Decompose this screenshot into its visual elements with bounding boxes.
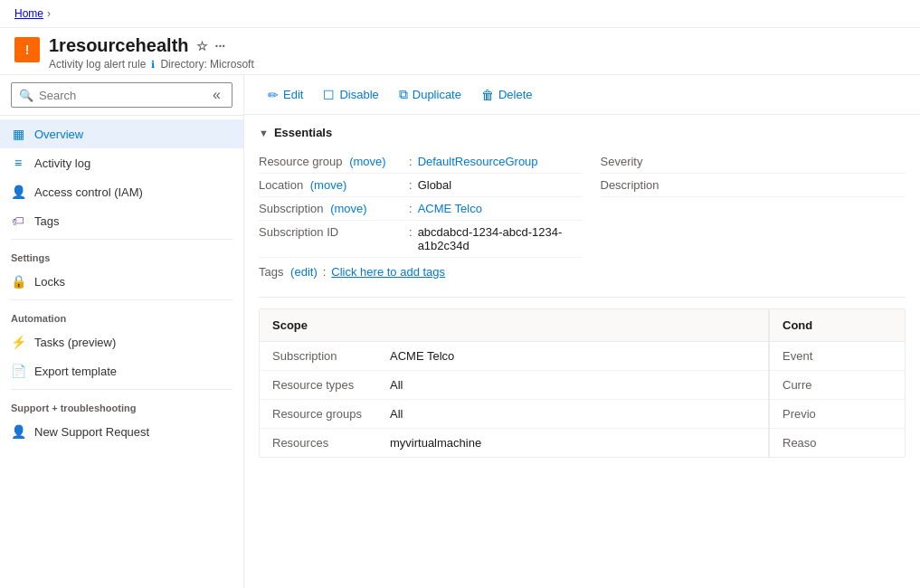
resource-icon: !: [14, 37, 40, 62]
scope-resource-types-label: Resource types: [272, 378, 390, 392]
resource-group-move-link[interactable]: (move): [349, 155, 385, 168]
subscription-value: ACME Telco: [418, 202, 482, 215]
main-layout: 🔍 « ▦ Overview ≡ Activity log 👤 Access c…: [0, 75, 920, 588]
tags-icon: 🏷: [11, 213, 25, 228]
access-control-icon: 👤: [11, 185, 25, 199]
sidebar-item-new-support[interactable]: 👤 New Support Request: [0, 417, 243, 446]
sidebar-item-label-activity-log: Activity log: [34, 156, 90, 170]
search-box: 🔍 «: [0, 75, 243, 116]
sidebar-item-access-control[interactable]: 👤 Access control (IAM): [0, 177, 243, 206]
essentials-collapse-arrow[interactable]: ▼: [259, 128, 269, 138]
automation-section-header: Automation: [0, 304, 243, 327]
scope-subscription-value: ACME Telco: [390, 349, 454, 363]
location-row: Location (move) : Global: [259, 174, 583, 197]
condition-reason-row: Reaso: [770, 429, 905, 457]
new-support-icon: 👤: [11, 424, 25, 439]
sidebar-item-activity-log[interactable]: ≡ Activity log: [0, 148, 243, 177]
essentials-left: Resource group (move) : DefaultResourceG…: [259, 150, 583, 286]
sidebar-item-tags[interactable]: 🏷 Tags: [0, 206, 243, 235]
resource-title-group: 1resourcehealth ☆ ··· Activity log alert…: [49, 35, 254, 71]
scope-resources-label: Resources: [272, 436, 390, 450]
subscription-label: Subscription (move): [259, 202, 403, 215]
sidebar-nav: ▦ Overview ≡ Activity log 👤 Access contr…: [0, 116, 243, 588]
resource-title-text: 1resourcehealth: [49, 35, 189, 56]
scope-col-header: Scope: [260, 309, 768, 342]
scope-resource-groups-label: Resource groups: [272, 407, 390, 421]
delete-button[interactable]: 🗑 Delete: [472, 83, 542, 107]
condition-current-label: Curre: [782, 378, 812, 392]
more-icon[interactable]: ···: [215, 39, 226, 53]
support-divider: [11, 389, 232, 390]
scope-resources-value: myvirtualmachine: [390, 436, 481, 450]
essentials-grid: Resource group (move) : DefaultResourceG…: [259, 150, 906, 286]
condition-event-label: Event: [782, 349, 812, 363]
disable-label: Disable: [339, 88, 378, 101]
subscription-id-row: Subscription ID : abcdabcd-1234-abcd-123…: [259, 221, 583, 258]
resource-subtitle: Activity log alert rule ℹ Directory: Mic…: [49, 58, 254, 71]
delete-label: Delete: [498, 88, 533, 101]
edit-icon: ✏: [268, 88, 279, 102]
section-divider: [259, 297, 906, 298]
star-icon[interactable]: ☆: [196, 39, 208, 53]
resource-group-link[interactable]: DefaultResourceGroup: [418, 155, 538, 168]
content-area: ✏ Edit ☐ Disable ⧉ Duplicate 🗑 Delete: [244, 75, 920, 588]
support-section-header: Support + troubleshooting: [0, 394, 243, 417]
automation-divider: [11, 299, 232, 300]
resource-group-value: DefaultResourceGroup: [418, 155, 538, 168]
condition-current-row: Curre: [770, 371, 905, 400]
essentials-section: ▼ Essentials Resource group (move) : Def: [244, 115, 920, 297]
search-input[interactable]: [39, 89, 204, 102]
description-label: Description: [601, 178, 745, 192]
tags-edit-link[interactable]: (edit): [290, 265, 318, 279]
scope-column: Scope Subscription ACME Telco Resource t…: [260, 309, 769, 457]
condition-column: Cond Event Curre Previo Reaso: [769, 309, 905, 457]
resource-group-row: Resource group (move) : DefaultResourceG…: [259, 150, 583, 174]
toolbar: ✏ Edit ☐ Disable ⧉ Duplicate 🗑 Delete: [244, 75, 920, 115]
settings-section-header: Settings: [0, 243, 243, 267]
resource-title: 1resourcehealth ☆ ···: [49, 35, 254, 56]
scope-resources-row: Resources myvirtualmachine: [260, 429, 768, 457]
duplicate-label: Duplicate: [413, 88, 461, 101]
disable-button[interactable]: ☐ Disable: [314, 83, 387, 107]
sidebar-item-locks[interactable]: 🔒 Locks: [0, 267, 243, 296]
location-move-link[interactable]: (move): [310, 178, 346, 192]
scope-subscription-row: Subscription ACME Telco: [260, 342, 768, 371]
subscription-move-link[interactable]: (move): [330, 202, 366, 215]
settings-divider: [11, 239, 232, 240]
sidebar-item-tasks-preview[interactable]: ⚡ Tasks (preview): [0, 327, 243, 356]
description-row: Description: [601, 174, 906, 197]
sidebar-item-overview[interactable]: ▦ Overview: [0, 119, 243, 148]
location-label: Location (move): [259, 178, 403, 192]
breadcrumb: Home ›: [0, 0, 920, 28]
essentials-right: Severity Description: [583, 150, 906, 286]
tags-add-link[interactable]: Click here to add tags: [331, 265, 445, 279]
scope-resource-groups-value: All: [390, 407, 403, 421]
sidebar-item-label-overview: Overview: [34, 128, 83, 141]
essentials-header: ▼ Essentials: [259, 126, 906, 139]
collapse-button[interactable]: «: [209, 87, 224, 103]
tasks-icon: ⚡: [11, 335, 25, 349]
subscription-id-label: Subscription ID: [259, 225, 403, 239]
sidebar-item-label-export-template: Export template: [34, 365, 117, 378]
locks-icon: 🔒: [11, 274, 25, 289]
sidebar-item-label-tasks: Tasks (preview): [34, 336, 116, 349]
scope-resource-groups-row: Resource groups All: [260, 400, 768, 429]
duplicate-button[interactable]: ⧉ Duplicate: [390, 82, 470, 107]
duplicate-icon: ⧉: [399, 87, 408, 102]
tags-label: Tags (edit): [259, 265, 318, 279]
resource-type-label: Activity log alert rule: [49, 58, 146, 71]
edit-button[interactable]: ✏ Edit: [259, 83, 312, 107]
subscription-row: Subscription (move) : ACME Telco: [259, 197, 583, 221]
info-icon: ℹ: [151, 59, 155, 71]
sidebar-item-label-tags: Tags: [34, 214, 59, 228]
essentials-title: Essentials: [274, 126, 332, 139]
delete-icon: 🗑: [481, 88, 494, 102]
condition-col-body: Event Curre Previo Reaso: [770, 342, 905, 457]
location-value: Global: [418, 178, 452, 192]
severity-label: Severity: [601, 155, 745, 168]
sidebar-item-export-template[interactable]: 📄 Export template: [0, 356, 243, 385]
breadcrumb-home[interactable]: Home: [14, 7, 43, 20]
subscription-link[interactable]: ACME Telco: [418, 202, 482, 215]
scope-resource-types-value: All: [390, 378, 403, 392]
breadcrumb-separator: ›: [47, 7, 51, 20]
